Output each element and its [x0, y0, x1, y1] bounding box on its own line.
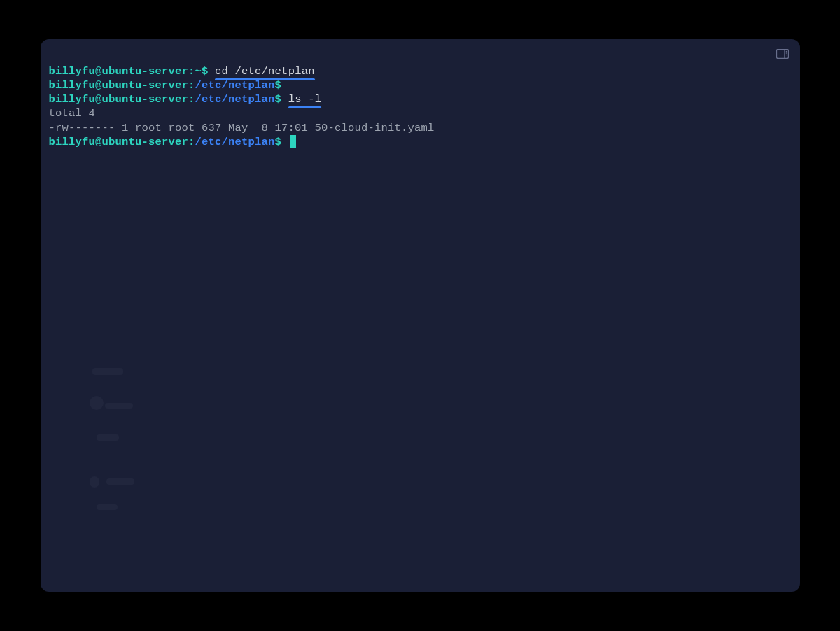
prompt-dollar: $: [202, 65, 209, 78]
terminal-window[interactable]: billyfu@ubuntu-server:~$ cd /etc/netplan…: [41, 39, 800, 592]
svg-rect-0: [776, 50, 788, 59]
prompt-path-netplan: /etc/netplan: [195, 136, 275, 148]
prompt-colon: :: [188, 93, 195, 106]
prompt-path-netplan: /etc/netplan: [195, 79, 275, 92]
prompt-colon: :: [188, 79, 195, 92]
prompt-dollar: $: [275, 136, 282, 148]
annotation-underline-cd: cd /etc/netplan: [215, 64, 315, 78]
terminal-line-3: billyfu@ubuntu-server:/etc/netplan$ ls -…: [49, 92, 792, 106]
prompt-userhost: billyfu@ubuntu-server: [49, 65, 189, 78]
output-listing: -rw------- 1 root root 637 May 8 17:01 5…: [49, 121, 792, 135]
terminal-line-2: billyfu@ubuntu-server:/etc/netplan$: [49, 78, 792, 92]
prompt-dollar: $: [275, 79, 282, 92]
background-artifact: [90, 368, 139, 515]
terminal-line-6: billyfu@ubuntu-server:/etc/netplan$: [49, 135, 792, 149]
annotation-underline-ls: ls -l: [288, 92, 322, 106]
prompt-userhost: billyfu@ubuntu-server: [49, 79, 189, 92]
prompt-dollar: $: [275, 93, 282, 106]
prompt-path-netplan: /etc/netplan: [195, 93, 275, 106]
terminal-content[interactable]: billyfu@ubuntu-server:~$ cd /etc/netplan…: [49, 64, 792, 149]
window-panel-icon[interactable]: [776, 49, 789, 62]
prompt-colon: :: [188, 65, 195, 78]
output-total: total 4: [49, 106, 792, 120]
command-cd: cd /etc/netplan: [209, 65, 315, 78]
prompt-userhost: billyfu@ubuntu-server: [49, 93, 189, 106]
prompt-userhost: billyfu@ubuntu-server: [49, 136, 189, 148]
terminal-cursor: [290, 135, 296, 148]
prompt-colon: :: [188, 136, 195, 148]
command-ls: ls -l: [281, 93, 321, 106]
prompt-path-home: ~: [195, 65, 202, 78]
terminal-line-1: billyfu@ubuntu-server:~$ cd /etc/netplan: [49, 64, 792, 78]
